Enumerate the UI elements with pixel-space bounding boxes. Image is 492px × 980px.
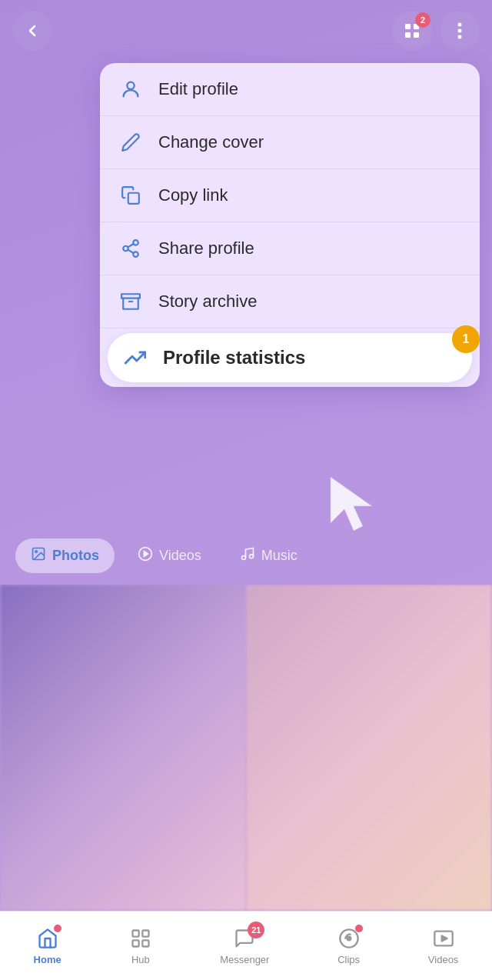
- archive-icon: [118, 289, 143, 314]
- menu-item-profile-statistics[interactable]: Profile statistics 1: [108, 333, 472, 382]
- menu-label-share-profile: Share profile: [158, 238, 254, 258]
- menu-item-edit-profile[interactable]: Edit profile: [100, 63, 480, 116]
- svg-marker-20: [144, 552, 148, 557]
- photo-grid: [0, 585, 492, 911]
- nav-item-hub[interactable]: Hub: [128, 926, 153, 965]
- svg-line-12: [128, 250, 133, 253]
- back-button[interactable]: [12, 11, 52, 51]
- dropdown-menu: Edit profile Change cover Copy link: [100, 63, 480, 387]
- svg-rect-24: [142, 931, 148, 937]
- menu-item-share-profile[interactable]: Share profile: [100, 222, 480, 275]
- grid-badge: 2: [415, 12, 430, 28]
- menu-item-story-archive[interactable]: Story archive: [100, 275, 480, 328]
- nav-label-messenger: Messenger: [220, 954, 269, 965]
- tab-videos-label: Videos: [159, 548, 201, 564]
- messenger-icon: 21: [232, 926, 257, 951]
- grid-button[interactable]: 2: [392, 11, 432, 51]
- menu-label-change-cover: Change cover: [158, 132, 264, 152]
- svg-rect-25: [132, 940, 138, 946]
- pencil-icon: [118, 130, 143, 155]
- top-right-controls: 2: [392, 11, 480, 51]
- svg-point-22: [249, 555, 253, 558]
- top-bar: 2: [0, 0, 492, 62]
- photos-icon: [31, 546, 46, 565]
- svg-rect-3: [414, 32, 419, 38]
- svg-rect-26: [142, 940, 148, 946]
- home-dot: [54, 925, 62, 932]
- svg-point-4: [458, 23, 462, 27]
- nav-label-clips: Clips: [337, 954, 360, 965]
- svg-point-18: [35, 551, 38, 553]
- photo-cell-2: [246, 585, 492, 911]
- photo-cell-1: [0, 585, 246, 911]
- svg-rect-0: [405, 24, 411, 29]
- svg-marker-29: [441, 936, 447, 942]
- svg-point-21: [241, 556, 245, 560]
- home-icon: [35, 926, 60, 951]
- tab-photos-label: Photos: [52, 548, 99, 564]
- svg-point-27: [347, 937, 351, 941]
- person-icon: [118, 77, 143, 102]
- nav-item-messenger[interactable]: 21 Messenger: [220, 926, 269, 965]
- nav-label-videos: Videos: [428, 954, 459, 965]
- nav-label-home: Home: [34, 954, 62, 965]
- svg-rect-2: [405, 32, 411, 38]
- menu-label-edit-profile: Edit profile: [158, 79, 238, 99]
- nav-item-clips[interactable]: Clips: [337, 926, 361, 965]
- menu-label-profile-statistics: Profile statistics: [163, 347, 305, 368]
- clips-icon: [337, 926, 361, 951]
- svg-rect-8: [128, 193, 139, 204]
- tab-videos[interactable]: Videos: [122, 538, 217, 573]
- svg-rect-14: [121, 294, 140, 298]
- tab-bar: Photos Videos Music: [0, 538, 492, 573]
- videos-icon: [431, 926, 456, 951]
- svg-point-6: [458, 35, 462, 39]
- messenger-badge: 21: [248, 922, 264, 938]
- music-tab-icon: [240, 546, 255, 565]
- menu-label-story-archive: Story archive: [158, 292, 257, 312]
- videos-tab-icon: [138, 546, 153, 565]
- tab-music[interactable]: Music: [224, 538, 313, 573]
- menu-item-copy-link[interactable]: Copy link: [100, 169, 480, 222]
- nav-item-home[interactable]: Home: [34, 926, 62, 965]
- nav-item-videos[interactable]: Videos: [428, 926, 459, 965]
- share-icon: [118, 236, 143, 261]
- bottom-nav: Home Hub 21 Messenger: [0, 911, 492, 980]
- more-options-button[interactable]: [440, 11, 480, 51]
- hub-icon: [128, 926, 153, 951]
- nav-label-hub: Hub: [131, 954, 150, 965]
- chart-icon: [123, 345, 148, 370]
- tab-photos[interactable]: Photos: [15, 538, 115, 573]
- menu-label-copy-link: Copy link: [158, 185, 228, 205]
- menu-item-change-cover[interactable]: Change cover: [100, 116, 480, 169]
- profile-statistics-badge: 1: [452, 325, 480, 353]
- clips-dot: [355, 925, 363, 932]
- copy-icon: [118, 183, 143, 208]
- svg-rect-23: [132, 931, 138, 937]
- svg-line-13: [128, 244, 133, 247]
- tab-music-label: Music: [261, 548, 298, 564]
- svg-point-7: [127, 82, 134, 89]
- svg-point-5: [458, 29, 462, 33]
